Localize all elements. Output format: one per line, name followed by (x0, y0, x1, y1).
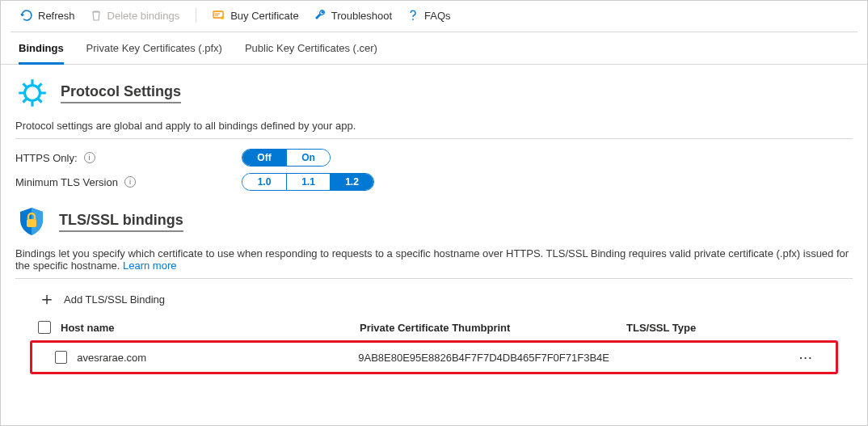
tls-10[interactable]: 1.0 (242, 174, 286, 190)
gear-icon (15, 76, 49, 110)
refresh-button[interactable]: Refresh (15, 7, 80, 23)
svg-point-3 (25, 86, 40, 101)
https-only-on[interactable]: On (286, 150, 330, 166)
protocol-settings-section: Protocol Settings Protocol settings are … (1, 65, 867, 191)
svg-point-1 (221, 16, 224, 19)
table-header: Host name Private Certificate Thumbprint… (15, 316, 853, 339)
row-checkbox[interactable] (55, 351, 67, 364)
tab-bindings[interactable]: Bindings (19, 37, 64, 65)
add-binding-button[interactable]: ＋ Add TLS/SSL Binding (15, 279, 853, 316)
refresh-icon (20, 9, 33, 22)
svg-point-2 (412, 19, 414, 20)
toolbar-separator (11, 32, 857, 32)
ssl-bindings-desc: Bindings let you specify which certifica… (15, 247, 853, 272)
min-tls-label: Minimum TLS Version (15, 176, 118, 188)
col-thumb[interactable]: Private Certificate Thumbprint (360, 322, 626, 334)
tls-12[interactable]: 1.2 (330, 174, 373, 190)
question-icon (407, 9, 419, 22)
troubleshoot-label: Troubleshoot (331, 10, 392, 22)
top-toolbar: Refresh Delete bindings Buy Certificate … (1, 1, 867, 32)
trash-icon (90, 9, 103, 22)
shield-lock-icon (15, 205, 48, 238)
info-icon[interactable]: i (124, 176, 136, 188)
certificate-icon (213, 9, 225, 22)
delete-bindings-button: Delete bindings (85, 7, 185, 23)
binding-row-highlight: avesrarae.com 9AB8E80E95E8826B4F7F7D4DB4… (30, 340, 838, 374)
row-more-button[interactable]: ··· (799, 352, 813, 364)
buy-certificate-button[interactable]: Buy Certificate (208, 7, 304, 23)
wrench-icon (314, 9, 327, 22)
tab-cer[interactable]: Public Key Certificates (.cer) (245, 37, 377, 64)
tls-11[interactable]: 1.1 (286, 174, 330, 190)
ssl-bindings-section: TLS/SSL bindings Bindings let you specif… (1, 191, 867, 374)
row-host: avesrarae.com (77, 352, 358, 364)
min-tls-toggle[interactable]: 1.0 1.1 1.2 (242, 173, 374, 191)
protocol-settings-title: Protocol Settings (61, 83, 181, 103)
add-binding-label: Add TLS/SSL Binding (64, 293, 165, 306)
col-type[interactable]: TLS/SSL Type (626, 322, 828, 334)
table-row[interactable]: avesrarae.com 9AB8E80E95E8826B4F7F7D4DB4… (32, 343, 836, 372)
https-only-off[interactable]: Off (242, 150, 286, 166)
col-host[interactable]: Host name (61, 322, 360, 334)
refresh-label: Refresh (38, 10, 75, 22)
troubleshoot-button[interactable]: Troubleshoot (309, 7, 397, 23)
plus-icon: ＋ (38, 290, 56, 308)
ssl-bindings-title: TLS/SSL bindings (59, 212, 183, 232)
https-only-toggle[interactable]: Off On (242, 149, 331, 167)
https-only-label: HTTPS Only: (15, 152, 78, 164)
faqs-label: FAQs (424, 10, 451, 22)
delete-bindings-label: Delete bindings (107, 10, 180, 22)
tab-pfx[interactable]: Private Key Certificates (.pfx) (86, 37, 222, 64)
svg-rect-4 (27, 219, 36, 227)
select-all-checkbox[interactable] (38, 321, 51, 334)
info-icon[interactable]: i (84, 152, 95, 163)
learn-more-link[interactable]: Learn more (123, 259, 176, 272)
faqs-button[interactable]: FAQs (402, 7, 456, 23)
protocol-settings-desc: Protocol settings are global and apply t… (15, 120, 853, 132)
toolbar-divider (196, 8, 196, 23)
row-thumb: 9AB8E80E95E8826B4F7F7D4DB465F7F0F71F3B4E (358, 352, 609, 364)
buy-certificate-label: Buy Certificate (230, 10, 299, 22)
tabs: Bindings Private Key Certificates (.pfx)… (1, 37, 867, 65)
